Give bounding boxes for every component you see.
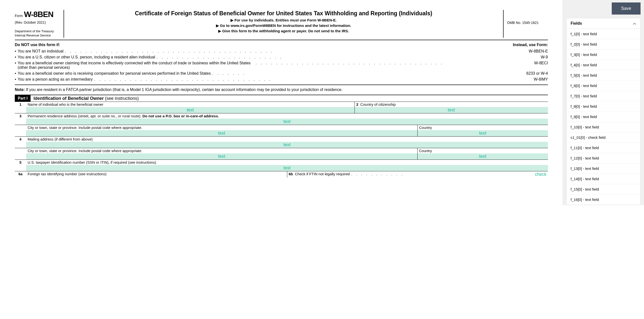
field-list-item[interactable]: f_1[0] - text field — [567, 29, 640, 39]
header-center: Certificate of Foreign Status of Benefic… — [64, 10, 504, 38]
label-mailing: Mailing address (if different from above… — [26, 137, 548, 142]
part-1-header: Part I Identification of Beneficial Owne… — [15, 95, 548, 102]
department: Department of the Treasury Internal Reve… — [15, 29, 60, 38]
field-list-item[interactable]: f_2[0] - text field — [567, 39, 640, 50]
input-name[interactable]: text — [26, 107, 354, 113]
form-document: Form W-8BEN (Rev. October 2021) Departme… — [0, 0, 563, 205]
label-name: Name of individual who is the beneficial… — [26, 102, 354, 107]
input-city[interactable]: text — [26, 130, 417, 136]
field-list-item[interactable]: f_8[0] - text field — [567, 101, 640, 112]
chevron-up-icon: ︿ — [633, 21, 636, 26]
instruction-2: ▶ Go to www.irs.gov/FormW8BEN for instru… — [68, 24, 500, 28]
part-title: Identification of Beneficial Owner (see … — [30, 96, 139, 101]
label-city-2: City or town, state or province. Include… — [26, 148, 417, 153]
donot-row: •You are a beneficial owner who is recei… — [15, 71, 548, 76]
input-citizenship[interactable]: text — [355, 107, 548, 113]
fields-panel-header[interactable]: Fields ︿ — [567, 18, 640, 29]
row-4-city: City or town, state or province. Include… — [15, 148, 548, 160]
field-list-item[interactable]: f_15[0] - text field — [567, 184, 640, 194]
input-mailing[interactable]: text — [26, 142, 548, 148]
field-list-item[interactable]: f_3[0] - text field — [567, 50, 640, 60]
donot-row: •You are NOT an individual. . . . . . . … — [15, 49, 548, 54]
instruction-3: ▶ Give this form to the withholding agen… — [68, 29, 500, 33]
input-ssn[interactable]: text — [26, 165, 548, 171]
field-list-item[interactable]: f_4[0] - text field — [567, 60, 640, 70]
field-list-item[interactable]: f_13[0] - text field — [567, 163, 640, 174]
donot-row: •You are a U.S. citizen or other U.S. pe… — [15, 55, 548, 59]
label-city: City or town, state or province. Include… — [26, 125, 417, 130]
donot-row: •You are a person acting as an intermedi… — [15, 77, 548, 82]
instruction-1: ▶ For use by individuals. Entities must … — [68, 18, 500, 23]
input-country[interactable]: text — [418, 130, 548, 136]
label-ftin: Foreign tax identifying number (see inst… — [26, 171, 287, 176]
row-4: 4 Mailing address (if different from abo… — [15, 137, 548, 148]
field-num-6a: 6a — [15, 171, 26, 177]
fields-panel: Fields ︿ f_1[0] - text fieldf_2[0] - tex… — [566, 18, 640, 205]
input-address[interactable]: text — [26, 119, 548, 125]
field-list-item[interactable]: f_9[0] - text field — [567, 112, 640, 122]
row-5: 5 U.S. taxpayer identification number (S… — [15, 160, 548, 171]
field-list-item[interactable]: f_12[0] - text field — [567, 153, 640, 163]
revision: (Rev. October 2021) — [15, 21, 60, 25]
sidebar: Save Fields ︿ f_1[0] - text fieldf_2[0] … — [563, 0, 644, 205]
note-text: If you are resident in a FATCA partner j… — [25, 88, 342, 92]
do-not-use-section: Do NOT use this form if: Instead, use Fo… — [15, 43, 548, 82]
field-list-item[interactable]: f_11[0] - text field — [567, 143, 640, 153]
field-num-3: 3 — [15, 113, 26, 125]
field-list-item[interactable]: f_7[0] - text field — [567, 91, 640, 101]
row-6: 6a Foreign tax identifying number (see i… — [15, 171, 548, 177]
label-country: Country — [418, 125, 548, 130]
note: Note: If you are resident in a FATCA par… — [15, 85, 548, 92]
input-city-2[interactable]: text — [26, 153, 417, 160]
note-label: Note: — [15, 88, 25, 92]
fields-title: Fields — [570, 21, 582, 26]
field-list-item[interactable]: f_5[0] - text field — [567, 70, 640, 81]
dept-line2: Internal Revenue Service — [15, 34, 51, 37]
label-ssn: U.S. taxpayer identification number (SSN… — [26, 160, 548, 165]
input-ftin-check[interactable]: check — [535, 172, 546, 177]
label-address: Permanent residence address (street, apt… — [26, 113, 548, 119]
save-button[interactable]: Save — [612, 3, 640, 15]
form-title: Certificate of Foreign Status of Benefic… — [68, 10, 500, 17]
label-country-2: Country — [418, 148, 548, 153]
row-3: 3 Permanent residence address (street, a… — [15, 113, 548, 125]
field-list-item[interactable]: f_6[0] - text field — [567, 81, 640, 91]
form-word: Form — [15, 14, 23, 18]
field-list-item[interactable]: f_10[0] - text field — [567, 122, 640, 132]
field-list-item[interactable]: f_14[0] - text field — [567, 174, 640, 184]
field-num-1: 1 — [15, 102, 26, 113]
field-num-5: 5 — [15, 160, 26, 171]
fields-list: f_1[0] - text fieldf_2[0] - text fieldf_… — [567, 29, 640, 205]
row-3-city: City or town, state or province. Include… — [15, 125, 548, 137]
donot-left: Do NOT use this form if: — [15, 43, 60, 47]
row-1-2: 1 Name of individual who is the benefici… — [15, 102, 548, 113]
omb-number: OMB No. 1545-1621 — [507, 21, 538, 25]
dept-line1: Department of the Treasury — [15, 29, 54, 33]
field-num-4: 4 — [15, 137, 26, 148]
donot-row: •You are a beneficial owner claiming tha… — [15, 61, 548, 70]
label-citizenship: 2 Country of citizenship — [355, 102, 548, 107]
input-country-2[interactable]: text — [418, 153, 548, 160]
header-right: OMB No. 1545-1621 — [504, 10, 548, 38]
header-left: Form W-8BEN (Rev. October 2021) Departme… — [15, 10, 64, 38]
field-list-item[interactable]: c1_01[0] - check field — [567, 132, 640, 143]
donot-right: Instead, use Form: — [513, 43, 548, 47]
field-list-item[interactable]: f_16[0] - text field — [567, 194, 640, 205]
form-code: W-8BEN — [24, 10, 54, 19]
form-header: Form W-8BEN (Rev. October 2021) Departme… — [15, 10, 548, 40]
part-badge: Part I — [15, 95, 30, 102]
label-6b: 6b Check if FTIN not legally required . … — [287, 171, 548, 177]
